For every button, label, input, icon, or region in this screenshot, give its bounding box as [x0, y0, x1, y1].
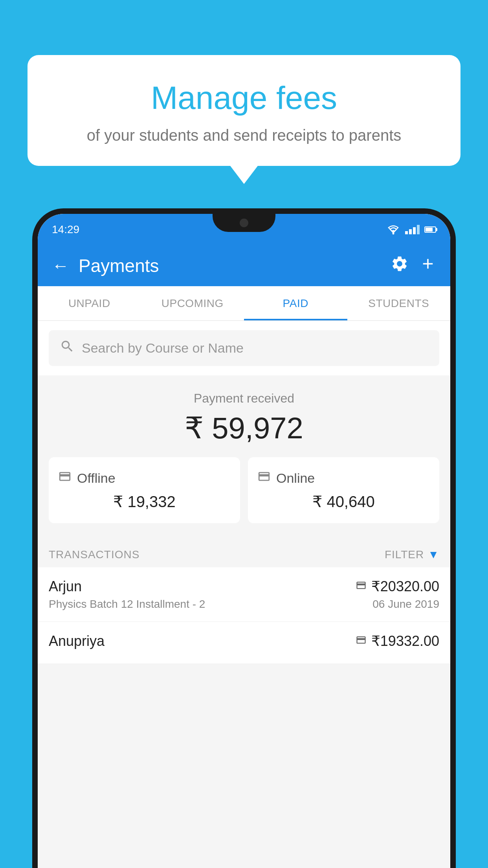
- offline-card: Offline ₹ 19,332: [49, 457, 240, 523]
- notch: [213, 214, 275, 232]
- transaction-row[interactable]: Anupriya ₹19332.00: [38, 622, 450, 664]
- transaction-name: Anupriya: [49, 633, 105, 649]
- bubble-subtitle: of your students and send receipts to pa…: [51, 127, 437, 144]
- transaction-date: 06 June 2019: [372, 598, 439, 611]
- offline-label: Offline: [77, 471, 116, 486]
- transaction-amount: ₹19332.00: [371, 633, 439, 649]
- transaction-detail: Physics Batch 12 Installment - 2: [49, 598, 205, 611]
- offline-amount: ₹ 19,332: [58, 493, 231, 511]
- phone-frame: 14:29: [32, 208, 456, 868]
- online-icon: [257, 470, 271, 486]
- bubble-title: Manage fees: [51, 79, 437, 117]
- cash-payment-icon: [356, 634, 367, 648]
- offline-icon: [58, 470, 72, 486]
- transaction-amount-wrap: ₹20320.00: [356, 578, 439, 595]
- payment-summary: Payment received ₹ 59,972 Offline ₹ 19,3…: [38, 375, 450, 539]
- filter-button[interactable]: FILTER ▼: [385, 548, 439, 561]
- speech-bubble-container: Manage fees of your students and send re…: [28, 55, 460, 166]
- tab-paid[interactable]: PAID: [244, 286, 347, 320]
- page-title: Payments: [79, 255, 381, 276]
- svg-point-0: [393, 233, 394, 235]
- signal-icon: [405, 225, 420, 234]
- transaction-amount-wrap: ₹19332.00: [356, 633, 439, 649]
- add-icon[interactable]: [420, 255, 436, 276]
- online-card: Online ₹ 40,640: [248, 457, 439, 523]
- status-time: 14:29: [52, 223, 79, 236]
- transaction-name: Arjun: [49, 578, 82, 595]
- header-icons: [391, 255, 436, 277]
- online-label: Online: [276, 471, 315, 486]
- card-payment-icon: [356, 580, 367, 594]
- status-icons: [386, 224, 436, 235]
- payment-amount: ₹ 59,972: [49, 410, 439, 445]
- payment-cards: Offline ₹ 19,332 Online ₹ 40,640: [49, 457, 439, 523]
- tab-students[interactable]: STUDENTS: [347, 286, 451, 320]
- transaction-row[interactable]: Arjun ₹20320.00 Physics Batch 12 Install…: [38, 567, 450, 622]
- tab-unpaid[interactable]: UNPAID: [38, 286, 141, 320]
- online-amount: ₹ 40,640: [257, 493, 430, 511]
- transactions-header: TRANSACTIONS FILTER ▼: [38, 539, 450, 567]
- transaction-amount: ₹20320.00: [371, 578, 439, 595]
- search-container: Search by Course or Name: [38, 321, 450, 375]
- payment-label: Payment received: [49, 391, 439, 406]
- tabs-bar: UNPAID UPCOMING PAID STUDENTS: [38, 286, 450, 321]
- transactions-label: TRANSACTIONS: [49, 548, 139, 561]
- settings-icon[interactable]: [391, 255, 409, 277]
- tab-upcoming[interactable]: UPCOMING: [141, 286, 244, 320]
- camera: [240, 219, 248, 227]
- speech-bubble: Manage fees of your students and send re…: [28, 55, 460, 166]
- wifi-icon: [386, 224, 400, 235]
- back-button[interactable]: ←: [52, 257, 69, 274]
- search-icon: [60, 339, 75, 357]
- search-bar[interactable]: Search by Course or Name: [49, 330, 439, 366]
- filter-label: FILTER: [385, 548, 424, 561]
- status-bar: 14:29: [38, 214, 450, 245]
- app-header: ← Payments: [38, 245, 450, 286]
- filter-icon: ▼: [428, 548, 439, 561]
- battery-icon: [424, 226, 436, 233]
- search-placeholder-text: Search by Course or Name: [82, 340, 244, 356]
- phone-inner: 14:29: [38, 214, 450, 868]
